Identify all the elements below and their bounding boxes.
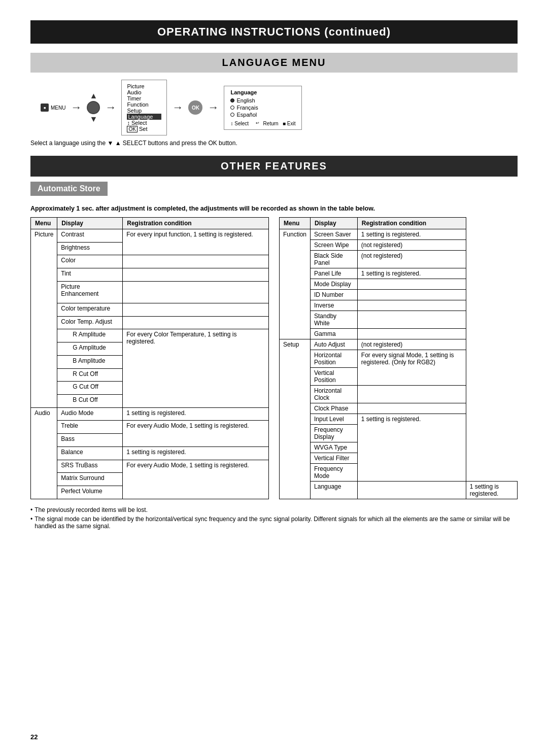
condition-cell: For every signal Mode, 1 setting is regi… xyxy=(357,350,466,386)
language-selection-box: Language English Français Español ↕ Sele… xyxy=(224,86,302,130)
condition-cell: For every Color Temperature, 1 setting i… xyxy=(123,329,269,407)
condition-cell xyxy=(357,329,466,339)
display-cell: Gamma xyxy=(311,329,358,339)
table-row: Black Side Panel (not registered) xyxy=(280,251,518,268)
col-menu-right: Menu xyxy=(280,218,311,229)
display-cell: Vertical Position xyxy=(311,368,358,386)
language-caption: Select a language using the ▼ ▲ SELECT b… xyxy=(30,140,518,147)
table-row: Panel Life 1 setting is registered. xyxy=(280,268,518,279)
condition-cell xyxy=(123,268,269,282)
col-condition-right: Registration condition xyxy=(357,218,466,229)
condition-cell: 1 setting is registered. xyxy=(357,414,466,482)
language-menu-diagram: ■ MENU → ▲ ▼ → Picture Audio Timer Funct… xyxy=(41,80,518,135)
col-menu-left: Menu xyxy=(31,218,57,229)
condition-cell xyxy=(357,403,466,414)
display-cell-indent: G Amplitude xyxy=(57,342,123,356)
lang-nav-hints: ↕ Select ↩ Return ■ Exit xyxy=(230,121,295,126)
table-row: SRS TruBass For every Audio Mode, 1 sett… xyxy=(31,460,269,473)
display-cell: Tint xyxy=(57,268,123,282)
table-row: Input Level 1 setting is registered. xyxy=(280,414,518,425)
menu-cell-setup: Setup xyxy=(280,339,311,499)
col-display-left: Display xyxy=(57,218,123,229)
table-row: ID Number xyxy=(280,290,518,300)
condition-cell: (not registered) xyxy=(357,251,466,268)
automatic-store-header: Automatic Store xyxy=(30,182,108,196)
lang-english: English xyxy=(230,97,295,104)
display-cell: Color Temp. Adjust xyxy=(57,316,123,329)
table-row: Gamma xyxy=(280,329,518,339)
other-features-header: OTHER FEATURES xyxy=(30,156,518,177)
table-row: Mode Display xyxy=(280,279,518,290)
menu-item-function: Function xyxy=(127,101,161,108)
condition-cell: For every Audio Mode, 1 setting is regis… xyxy=(123,421,269,446)
condition-cell xyxy=(123,316,269,329)
display-cell: Black Side Panel xyxy=(311,251,358,268)
display-cell-indent: R Cut Off xyxy=(57,368,123,382)
table-row: Color xyxy=(31,255,269,268)
table-row: Tint xyxy=(31,268,269,282)
condition-cell xyxy=(123,255,269,268)
display-cell: Brightness xyxy=(57,242,123,255)
condition-cell xyxy=(357,311,466,329)
col-condition-left: Registration condition xyxy=(123,218,269,229)
nav-arrows: ▲ ▼ xyxy=(87,91,100,124)
lang-spanish: Español xyxy=(230,112,295,118)
condition-cell xyxy=(357,300,466,311)
arrow-4: → xyxy=(208,101,219,114)
arrow-1: → xyxy=(71,101,82,114)
menu-cell-audio: Audio xyxy=(31,407,57,499)
display-cell: Treble xyxy=(57,421,123,434)
table-row: Audio Audio Mode 1 setting is registered… xyxy=(31,407,269,421)
condition-cell xyxy=(123,281,269,303)
display-cell: Clock Phase xyxy=(311,403,358,414)
menu-options-box: Picture Audio Timer Function Setup Langu… xyxy=(121,80,167,135)
col-display-right: Display xyxy=(311,218,358,229)
display-cell: Frequency Mode xyxy=(311,464,358,482)
lang-french: Français xyxy=(230,105,295,111)
condition-cell xyxy=(357,386,466,403)
condition-cell: 1 setting is registered. xyxy=(123,446,269,460)
display-cell: Contrast xyxy=(57,229,123,243)
condition-cell xyxy=(123,303,269,316)
display-cell: Auto Adjust xyxy=(311,339,358,350)
menu-item-timer: Timer xyxy=(127,95,161,101)
table-row: Screen Wipe (not registered) xyxy=(280,240,518,251)
menu-cell-function: Function xyxy=(280,229,311,339)
table-row: Picture Enhancement xyxy=(31,281,269,303)
display-cell: Matrix Surround xyxy=(57,473,123,486)
condition-cell: (not registered) xyxy=(357,339,466,350)
menu-icon: ■ xyxy=(44,106,46,110)
display-cell-indent: B Cut Off xyxy=(57,394,123,407)
menu-item-audio: Audio xyxy=(127,89,161,95)
display-cell: WVGA Type xyxy=(311,442,358,453)
ok-button: OK xyxy=(188,100,202,115)
display-cell: Standby White xyxy=(311,311,358,329)
table-row: Color Temp. Adjust xyxy=(31,316,269,329)
table-row: Standby White xyxy=(280,311,518,329)
display-cell: ID Number xyxy=(311,290,358,300)
display-cell: Horizontal Clock xyxy=(311,386,358,403)
condition-cell: 1 setting is registered. xyxy=(123,407,269,421)
arrow-2: → xyxy=(105,101,116,114)
display-cell: Mode Display xyxy=(311,279,358,290)
display-cell: Vertical Filter xyxy=(311,453,358,464)
condition-cell: 1 setting is registered. xyxy=(357,268,466,279)
menu-cell-language: Language xyxy=(311,482,358,499)
display-cell: Audio Mode xyxy=(57,407,123,421)
lang-box-title: Language xyxy=(230,89,295,95)
auto-store-caption: Approximately 1 sec. after adjustment is… xyxy=(30,205,518,212)
condition-cell: (not registered) xyxy=(357,240,466,251)
language-menu-header: LANGUAGE MENU xyxy=(30,53,518,73)
display-cell: Panel Life xyxy=(311,268,358,279)
display-cell: SRS TruBass xyxy=(57,460,123,473)
condition-cell: 1 setting is registered. xyxy=(357,229,466,240)
table-row: Color temperature xyxy=(31,303,269,316)
condition-cell: For every Audio Mode, 1 setting is regis… xyxy=(123,460,269,499)
display-cell: Color xyxy=(57,255,123,268)
display-cell xyxy=(357,482,466,499)
menu-cell-picture: Picture xyxy=(31,229,57,408)
table-left: Menu Display Registration condition Pict… xyxy=(30,217,269,499)
condition-cell xyxy=(357,290,466,300)
display-cell: Bass xyxy=(57,434,123,447)
menu-item-picture: Picture xyxy=(127,83,161,89)
